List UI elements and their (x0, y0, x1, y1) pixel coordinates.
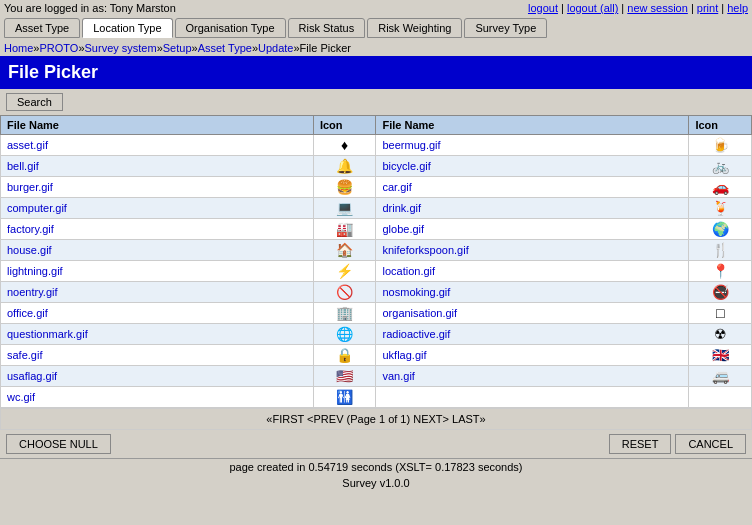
logout-link[interactable]: logout (528, 2, 558, 14)
file-name-right[interactable]: drink.gif (376, 198, 689, 219)
file-name-right[interactable]: car.gif (376, 177, 689, 198)
file-name-right[interactable]: nosmoking.gif (376, 282, 689, 303)
file-link-left[interactable]: bell.gif (7, 160, 39, 172)
file-name-right[interactable]: organisation.gif (376, 303, 689, 324)
breadcrumb-home[interactable]: Home (4, 42, 33, 54)
file-name-left[interactable]: office.gif (1, 303, 314, 324)
help-link[interactable]: help (727, 2, 748, 14)
file-icon-left: 🏢 (313, 303, 376, 324)
file-link-left[interactable]: usaflag.gif (7, 370, 57, 382)
table-row: office.gif🏢organisation.gif□ (1, 303, 752, 324)
file-name-right[interactable]: ukflag.gif (376, 345, 689, 366)
table-row: safe.gif🔒ukflag.gif🇬🇧 (1, 345, 752, 366)
file-icon-left: 🔒 (313, 345, 376, 366)
file-link-left[interactable]: asset.gif (7, 139, 48, 151)
file-name-right[interactable]: location.gif (376, 261, 689, 282)
file-name-left[interactable]: safe.gif (1, 345, 314, 366)
file-name-left[interactable]: asset.gif (1, 135, 314, 156)
tab-survey-type[interactable]: Survey Type (464, 18, 547, 38)
file-name-right[interactable]: beermug.gif (376, 135, 689, 156)
file-name-right[interactable] (376, 387, 689, 408)
file-link-right[interactable]: beermug.gif (382, 139, 440, 151)
breadcrumb: Home»PROTO»Survey system»Setup»Asset Typ… (0, 40, 752, 56)
tab-asset-type[interactable]: Asset Type (4, 18, 80, 38)
file-name-left[interactable]: burger.gif (1, 177, 314, 198)
file-name-left[interactable]: bell.gif (1, 156, 314, 177)
file-link-left[interactable]: noentry.gif (7, 286, 58, 298)
file-icon-left: 🇺🇸 (313, 366, 376, 387)
file-name-left[interactable]: questionmark.gif (1, 324, 314, 345)
file-link-left[interactable]: computer.gif (7, 202, 67, 214)
col-filename-left: File Name (1, 116, 314, 135)
file-link-right[interactable]: bicycle.gif (382, 160, 430, 172)
col-filename-right: File Name (376, 116, 689, 135)
tab-risk-status[interactable]: Risk Status (288, 18, 366, 38)
table-row: house.gif🏠knifeforkspoon.gif🍴 (1, 240, 752, 261)
file-name-left[interactable]: lightning.gif (1, 261, 314, 282)
file-name-left[interactable]: wc.gif (1, 387, 314, 408)
breadcrumb-setup[interactable]: Setup (163, 42, 192, 54)
file-link-left[interactable]: safe.gif (7, 349, 42, 361)
file-icon-right: 🚲 (689, 156, 752, 177)
file-icon-right: 🚗 (689, 177, 752, 198)
cancel-button[interactable]: CANCEL (675, 434, 746, 454)
file-name-right[interactable]: radioactive.gif (376, 324, 689, 345)
file-link-right[interactable]: van.gif (382, 370, 414, 382)
file-icon-left: 🔔 (313, 156, 376, 177)
search-button[interactable]: Search (6, 93, 63, 111)
file-name-right[interactable]: globe.gif (376, 219, 689, 240)
file-link-right[interactable]: car.gif (382, 181, 411, 193)
file-name-left[interactable]: house.gif (1, 240, 314, 261)
file-link-left[interactable]: house.gif (7, 244, 52, 256)
table-row: factory.gif🏭globe.gif🌍 (1, 219, 752, 240)
file-icon-left: 💻 (313, 198, 376, 219)
logout-all-link[interactable]: logout (all) (567, 2, 618, 14)
table-row: burger.gif🍔car.gif🚗 (1, 177, 752, 198)
top-bar: You are logged in as: Tony Marston logou… (0, 0, 752, 16)
col-icon-left: Icon (313, 116, 376, 135)
breadcrumb-survey[interactable]: Survey system (85, 42, 157, 54)
file-link-right[interactable]: nosmoking.gif (382, 286, 450, 298)
tab-risk-weighting[interactable]: Risk Weighting (367, 18, 462, 38)
file-icon-right: □ (689, 303, 752, 324)
file-name-left[interactable]: computer.gif (1, 198, 314, 219)
file-name-left[interactable]: factory.gif (1, 219, 314, 240)
reset-button[interactable]: RESET (609, 434, 672, 454)
tab-organisation-type[interactable]: Organisation Type (175, 18, 286, 38)
tab-bar: Asset Type Location Type Organisation Ty… (0, 16, 752, 40)
breadcrumb-update[interactable]: Update (258, 42, 293, 54)
bottom-bar: CHOOSE NULL RESET CANCEL (0, 430, 752, 458)
file-link-right[interactable]: globe.gif (382, 223, 424, 235)
file-link-right[interactable]: radioactive.gif (382, 328, 450, 340)
logged-in-text: You are logged in as: Tony Marston (4, 2, 176, 14)
print-link[interactable]: print (697, 2, 718, 14)
file-name-left[interactable]: noentry.gif (1, 282, 314, 303)
file-link-left[interactable]: lightning.gif (7, 265, 63, 277)
file-name-right[interactable]: knifeforkspoon.gif (376, 240, 689, 261)
file-link-left[interactable]: office.gif (7, 307, 48, 319)
file-name-right[interactable]: van.gif (376, 366, 689, 387)
file-link-left[interactable]: questionmark.gif (7, 328, 88, 340)
version-text: Survey v1.0.0 (342, 477, 409, 489)
breadcrumb-asset-type[interactable]: Asset Type (198, 42, 252, 54)
file-link-right[interactable]: location.gif (382, 265, 435, 277)
tab-location-type[interactable]: Location Type (82, 18, 172, 38)
file-link-left[interactable]: burger.gif (7, 181, 53, 193)
file-icon-right: ☢ (689, 324, 752, 345)
table-row: noentry.gif🚫nosmoking.gif🚭 (1, 282, 752, 303)
file-icon-left: ⚡ (313, 261, 376, 282)
file-icon-left: ♦ (313, 135, 376, 156)
file-name-right[interactable]: bicycle.gif (376, 156, 689, 177)
new-session-link[interactable]: new session (627, 2, 688, 14)
breadcrumb-proto[interactable]: PROTO (39, 42, 78, 54)
file-link-left[interactable]: wc.gif (7, 391, 35, 403)
file-link-right[interactable]: drink.gif (382, 202, 421, 214)
file-name-left[interactable]: usaflag.gif (1, 366, 314, 387)
choose-null-button[interactable]: CHOOSE NULL (6, 434, 111, 454)
file-icon-right: 🚐 (689, 366, 752, 387)
table-row: bell.gif🔔bicycle.gif🚲 (1, 156, 752, 177)
file-link-left[interactable]: factory.gif (7, 223, 54, 235)
file-link-right[interactable]: knifeforkspoon.gif (382, 244, 468, 256)
file-link-right[interactable]: organisation.gif (382, 307, 457, 319)
file-link-right[interactable]: ukflag.gif (382, 349, 426, 361)
